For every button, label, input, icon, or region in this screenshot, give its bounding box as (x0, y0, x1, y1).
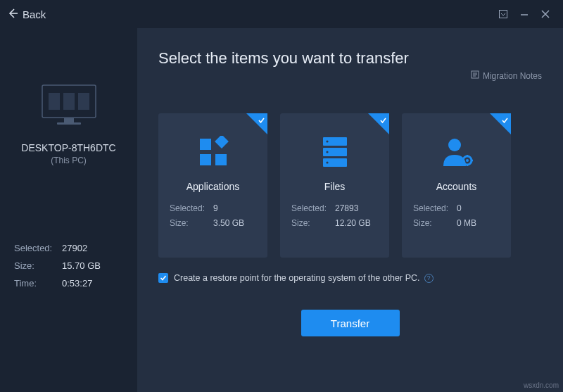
card-selected-value: 27893 (335, 203, 358, 213)
card-selected-label: Selected: (291, 203, 335, 213)
back-button[interactable]: Back (7, 8, 46, 21)
sidebar-stats: Selected: 27902 Size: 15.70 GB Time: 0:5… (14, 243, 123, 296)
card-size-value: 3.50 GB (213, 218, 244, 228)
restore-point-row: Create a restore point for the operating… (158, 273, 542, 283)
card-files[interactable]: Files Selected: 27893 Size: 12.20 GB (280, 113, 389, 258)
svg-point-23 (326, 151, 328, 153)
svg-rect-10 (57, 122, 81, 125)
migration-notes-link[interactable]: Migration Notes (471, 70, 542, 81)
card-size-label: Size: (291, 218, 335, 228)
apps-icon (170, 127, 256, 177)
card-title: Applications (170, 181, 256, 192)
stat-selected-label: Selected: (14, 243, 62, 253)
svg-point-24 (326, 161, 328, 163)
svg-rect-6 (49, 93, 60, 110)
cards-row: Applications Selected: 9 Size: 3.50 GB (158, 113, 542, 258)
accounts-icon (413, 127, 500, 177)
svg-rect-15 (200, 139, 211, 150)
card-selected-label: Selected: (413, 203, 457, 213)
card-size-value: 12.20 GB (335, 218, 371, 228)
stat-size-label: Size: (14, 260, 62, 271)
help-icon[interactable]: ? (424, 274, 434, 283)
stat-time-value: 0:53:27 (62, 278, 92, 289)
files-icon (291, 127, 378, 177)
arrow-left-icon (7, 8, 23, 21)
card-title: Files (291, 181, 378, 192)
card-size-value: 0 MB (457, 218, 476, 228)
check-icon (379, 115, 387, 127)
svg-rect-1 (500, 11, 507, 18)
main-panel: Select the items you want to transfer Mi… (137, 28, 563, 392)
svg-point-25 (448, 139, 461, 151)
card-selected-value: 0 (457, 203, 462, 213)
svg-rect-17 (215, 154, 227, 165)
card-applications[interactable]: Applications Selected: 9 Size: 3.50 GB (158, 113, 267, 258)
card-selected-label: Selected: (170, 203, 213, 213)
card-accounts[interactable]: Accounts Selected: 0 Size: 0 MB (402, 113, 511, 258)
restore-label: Create a restore point for the operating… (174, 273, 420, 283)
check-icon (501, 115, 509, 127)
stat-time-label: Time: (14, 278, 62, 289)
pc-name: DESKTOP-8TH6DTC (21, 142, 115, 153)
minimize-button[interactable] (514, 4, 535, 25)
restore-checkbox[interactable] (158, 273, 168, 283)
card-size-label: Size: (170, 218, 213, 228)
stat-size-value: 15.70 GB (62, 260, 101, 271)
transfer-button[interactable]: Transfer (301, 310, 400, 336)
card-title: Accounts (413, 181, 500, 192)
monitor-icon (42, 84, 96, 129)
watermark: wsxdn.com (524, 381, 559, 389)
card-size-label: Size: (413, 218, 457, 228)
sidebar: DESKTOP-8TH6DTC (This PC) Selected: 2790… (0, 28, 137, 392)
close-button[interactable] (535, 4, 556, 25)
svg-rect-7 (63, 93, 75, 110)
page-title: Select the items you want to transfer (158, 49, 542, 68)
check-icon (258, 115, 265, 127)
migration-notes-label: Migration Notes (483, 71, 542, 81)
svg-point-27 (466, 159, 469, 162)
svg-rect-18 (215, 136, 229, 148)
pc-subtitle: (This PC) (51, 156, 87, 165)
transfer-label: Transfer (331, 317, 369, 329)
notes-icon (471, 70, 483, 81)
svg-rect-16 (200, 154, 211, 165)
card-selected-value: 9 (213, 203, 218, 213)
stat-selected-value: 27902 (62, 243, 87, 253)
svg-point-22 (326, 140, 328, 142)
svg-rect-9 (64, 118, 74, 122)
back-label: Back (23, 8, 46, 20)
svg-rect-8 (78, 93, 89, 110)
titlebar: Back (0, 0, 563, 28)
dropdown-button[interactable] (493, 4, 514, 25)
